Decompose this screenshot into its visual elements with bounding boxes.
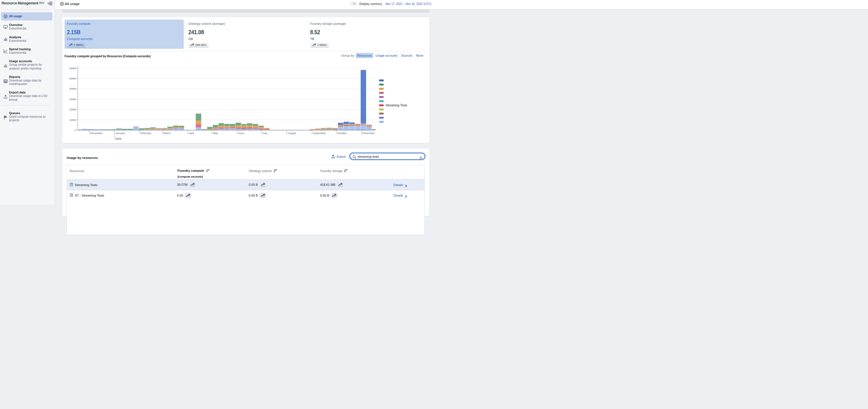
svg-text:500M: 500M: [69, 77, 76, 80]
svg-text:400M: 400M: [69, 87, 76, 90]
svg-text:November: November: [363, 132, 375, 135]
svg-text:February: February: [141, 132, 151, 135]
svg-text:600M: 600M: [69, 67, 76, 70]
svg-text:April: April: [189, 132, 194, 135]
svg-text:300M: 300M: [69, 98, 76, 101]
svg-text:0: 0: [74, 129, 76, 132]
svg-text:September: September: [313, 132, 326, 135]
svg-text:December: December: [90, 132, 102, 135]
svg-text:July: July: [262, 132, 268, 135]
svg-text:March: March: [163, 132, 171, 135]
svg-text:Streaming Tests: Streaming Tests: [385, 104, 407, 107]
svg-text:2022: 2022: [115, 137, 122, 140]
svg-text:200M: 200M: [69, 108, 76, 111]
svg-text:October: October: [337, 132, 347, 135]
svg-text:100M: 100M: [69, 119, 76, 121]
svg-text:August: August: [288, 132, 296, 135]
svg-text:May: May: [213, 132, 218, 135]
svg-text:June: June: [238, 132, 244, 135]
svg-text:January: January: [115, 132, 125, 135]
